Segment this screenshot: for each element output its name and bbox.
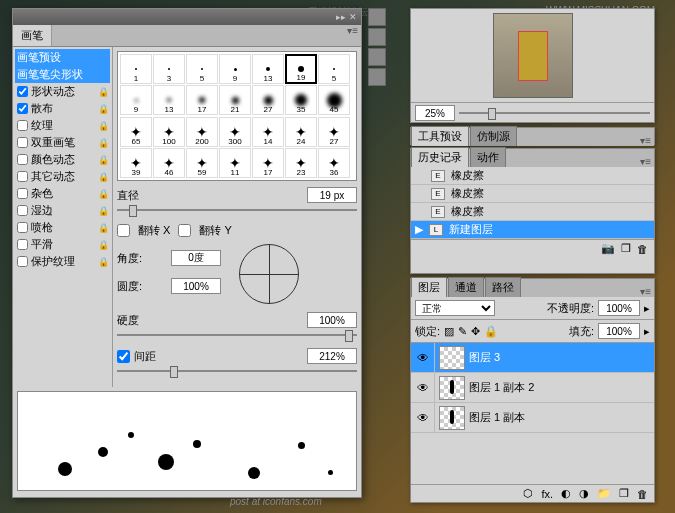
visibility-icon[interactable]: 👁 — [411, 373, 435, 403]
blend-mode-select[interactable]: 正常 — [415, 300, 495, 316]
dock-icon[interactable] — [368, 28, 386, 46]
panel-menu-icon[interactable]: ▾≡ — [637, 156, 654, 167]
brush-option-5[interactable]: 双重画笔🔒 — [15, 134, 110, 151]
visibility-icon[interactable]: 👁 — [411, 343, 435, 373]
layer-row[interactable]: 👁图层 3 — [411, 343, 654, 373]
brush-tip[interactable]: 19 — [285, 54, 317, 84]
layer-thumbnail[interactable] — [439, 406, 465, 430]
brush-tip[interactable]: ✦59 — [186, 148, 218, 178]
opacity-flyout-icon[interactable]: ▸ — [644, 302, 650, 315]
diameter-input[interactable] — [307, 187, 357, 203]
delete-layer-icon[interactable]: 🗑 — [637, 488, 648, 500]
navigator-thumbnail[interactable] — [493, 13, 573, 98]
new-layer-icon[interactable]: ❐ — [619, 487, 629, 500]
layer-group-icon[interactable]: 📁 — [597, 487, 611, 500]
brush-option-4[interactable]: 纹理🔒 — [15, 117, 110, 134]
history-item[interactable]: E橡皮擦 — [411, 167, 654, 185]
brush-tip[interactable]: 3 — [153, 54, 185, 84]
hardness-input[interactable] — [307, 312, 357, 328]
brush-option-0[interactable]: 画笔预设 — [15, 49, 110, 66]
brush-option-2[interactable]: 形状动态🔒 — [15, 83, 110, 100]
brush-option-8[interactable]: 杂色🔒 — [15, 185, 110, 202]
fill-flyout-icon[interactable]: ▸ — [644, 325, 650, 338]
brush-tip[interactable]: ✦11 — [219, 148, 251, 178]
brush-tip[interactable]: 27 — [252, 85, 284, 115]
tab-actions[interactable]: 动作 — [470, 147, 506, 167]
brush-tip[interactable]: ✦24 — [285, 117, 317, 147]
option-checkbox[interactable] — [17, 154, 28, 165]
brush-tip[interactable]: ✦100 — [153, 117, 185, 147]
brush-option-1[interactable]: 画笔笔尖形状 — [15, 66, 110, 83]
zoom-slider[interactable] — [459, 106, 650, 120]
brush-option-10[interactable]: 喷枪🔒 — [15, 219, 110, 236]
roundness-input[interactable] — [171, 278, 221, 294]
tab-channels[interactable]: 通道 — [448, 277, 484, 297]
layer-row[interactable]: 👁图层 1 副本 2 — [411, 373, 654, 403]
snapshot-icon[interactable]: 📷 — [601, 242, 615, 255]
link-layers-icon[interactable]: ⬡ — [523, 487, 533, 500]
lock-transparency-icon[interactable]: ▨ — [444, 325, 454, 338]
flip-y-checkbox[interactable] — [178, 224, 191, 237]
brush-tip[interactable]: 5 — [318, 54, 350, 84]
brush-tip[interactable]: 21 — [219, 85, 251, 115]
brush-tip[interactable]: ✦300 — [219, 117, 251, 147]
brush-tip[interactable]: 1 — [120, 54, 152, 84]
layer-thumbnail[interactable] — [439, 376, 465, 400]
brush-tip[interactable]: ✦200 — [186, 117, 218, 147]
brush-option-7[interactable]: 其它动态🔒 — [15, 168, 110, 185]
option-checkbox[interactable] — [17, 86, 28, 97]
brush-tip-grid[interactable]: 1359131959131721273545✦65✦100✦200✦300✦14… — [117, 51, 357, 181]
brush-tip[interactable]: 13 — [153, 85, 185, 115]
tab-clone-source[interactable]: 仿制源 — [470, 126, 517, 146]
option-checkbox[interactable] — [17, 188, 28, 199]
opacity-input[interactable] — [598, 300, 640, 316]
option-checkbox[interactable] — [17, 256, 28, 267]
tab-tool-presets[interactable]: 工具预设 — [411, 126, 469, 146]
brush-tip[interactable]: ✦46 — [153, 148, 185, 178]
brush-tip[interactable]: 45 — [318, 85, 350, 115]
panel-menu-icon[interactable]: ▾≡ — [344, 25, 361, 46]
trash-icon[interactable]: 🗑 — [637, 243, 648, 255]
brush-tip[interactable]: ✦17 — [252, 148, 284, 178]
close-icon[interactable]: ✕ — [347, 11, 359, 23]
brush-option-6[interactable]: 颜色动态🔒 — [15, 151, 110, 168]
panel-menu-icon[interactable]: ▾≡ — [637, 286, 654, 297]
layer-fx-icon[interactable]: fx. — [541, 488, 553, 500]
brush-tip[interactable]: 17 — [186, 85, 218, 115]
history-item[interactable]: E橡皮擦 — [411, 203, 654, 221]
layer-row[interactable]: 👁图层 1 副本 — [411, 403, 654, 433]
brush-tip[interactable]: 13 — [252, 54, 284, 84]
flip-x-checkbox[interactable] — [117, 224, 130, 237]
brush-tip[interactable]: ✦14 — [252, 117, 284, 147]
brush-tip[interactable]: ✦39 — [120, 148, 152, 178]
brush-tip[interactable]: ✦23 — [285, 148, 317, 178]
angle-widget[interactable] — [239, 244, 299, 304]
option-checkbox[interactable] — [17, 103, 28, 114]
layer-mask-icon[interactable]: ◐ — [561, 487, 571, 500]
brush-tip[interactable]: 5 — [186, 54, 218, 84]
spacing-input[interactable] — [307, 348, 357, 364]
dock-icon[interactable] — [368, 68, 386, 86]
spacing-slider[interactable] — [117, 364, 357, 378]
layer-thumbnail[interactable] — [439, 346, 465, 370]
panel-menu-icon[interactable]: ▾≡ — [637, 135, 654, 146]
brush-tip[interactable]: 9 — [219, 54, 251, 84]
brush-tip[interactable]: ✦36 — [318, 148, 350, 178]
brush-option-11[interactable]: 平滑🔒 — [15, 236, 110, 253]
option-checkbox[interactable] — [17, 120, 28, 131]
visibility-icon[interactable]: 👁 — [411, 403, 435, 433]
brush-tip[interactable]: 9 — [120, 85, 152, 115]
lock-pixels-icon[interactable]: ✎ — [458, 325, 467, 338]
lock-all-icon[interactable]: 🔒 — [484, 325, 498, 338]
diameter-slider[interactable] — [117, 203, 357, 217]
option-checkbox[interactable] — [17, 239, 28, 250]
adjustment-layer-icon[interactable]: ◑ — [579, 487, 589, 500]
lock-position-icon[interactable]: ✥ — [471, 325, 480, 338]
brush-option-9[interactable]: 湿边🔒 — [15, 202, 110, 219]
brush-option-12[interactable]: 保护纹理🔒 — [15, 253, 110, 270]
option-checkbox[interactable] — [17, 222, 28, 233]
dock-icon[interactable] — [368, 8, 386, 26]
collapse-icon[interactable]: ▸▸ — [335, 11, 347, 23]
tab-paths[interactable]: 路径 — [485, 277, 521, 297]
zoom-input[interactable] — [415, 105, 455, 121]
